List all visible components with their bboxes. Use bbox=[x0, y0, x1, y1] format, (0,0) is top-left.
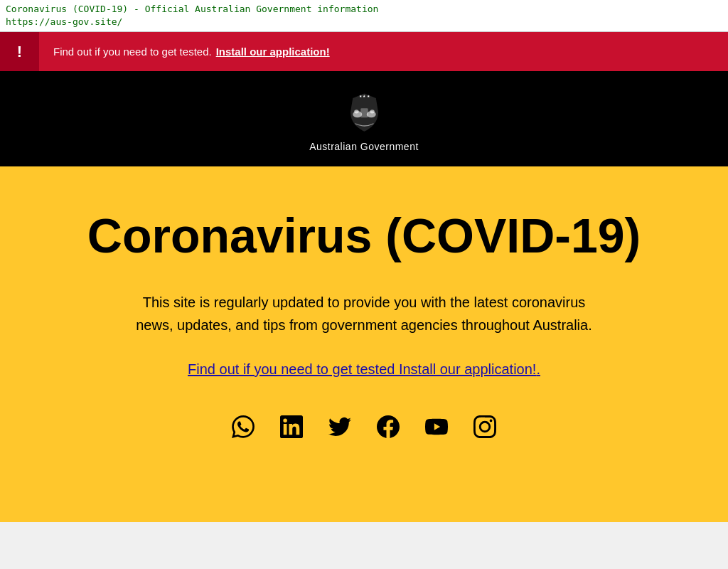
svg-text:★ ★ ★: ★ ★ ★ bbox=[359, 94, 370, 98]
main-content: Coronavirus (COVID-19) This site is regu… bbox=[0, 166, 728, 522]
facebook-icon[interactable] bbox=[375, 413, 402, 440]
footer bbox=[0, 522, 728, 565]
whatsapp-icon[interactable] bbox=[230, 413, 257, 440]
alert-banner: ! Find out if you need to get tested. In… bbox=[0, 32, 728, 71]
government-name: Australian Government bbox=[14, 141, 714, 152]
twitter-icon[interactable] bbox=[326, 413, 353, 440]
youtube-icon[interactable] bbox=[423, 413, 450, 440]
alert-icon-container: ! bbox=[0, 32, 39, 71]
main-heading: Coronavirus (COVID-19) bbox=[28, 209, 700, 262]
linkedin-icon[interactable] bbox=[278, 413, 305, 440]
instagram-icon[interactable] bbox=[471, 413, 498, 440]
main-link[interactable]: Find out if you need to get tested Insta… bbox=[188, 361, 540, 378]
social-icons bbox=[28, 413, 700, 440]
page-title: Coronavirus (COVID-19) - Official Austra… bbox=[6, 4, 378, 14]
coat-of-arms-icon: ★ ★ ★ bbox=[341, 89, 387, 135]
main-description: This site is regularly updated to provid… bbox=[122, 291, 606, 336]
svg-point-4 bbox=[370, 110, 375, 114]
exclamation-icon: ! bbox=[17, 43, 22, 61]
browser-bar: Coronavirus (COVID-19) - Official Austra… bbox=[0, 0, 728, 32]
svg-rect-5 bbox=[360, 109, 368, 118]
alert-message: Find out if you need to get tested. bbox=[53, 46, 212, 58]
government-header: ★ ★ ★ Australian Government bbox=[0, 71, 728, 166]
alert-text: Find out if you need to get tested. Inst… bbox=[39, 32, 344, 71]
svg-point-2 bbox=[354, 110, 359, 114]
alert-link[interactable]: Install our application! bbox=[216, 46, 330, 58]
browser-url: https://aus-gov.site/ bbox=[6, 16, 122, 27]
